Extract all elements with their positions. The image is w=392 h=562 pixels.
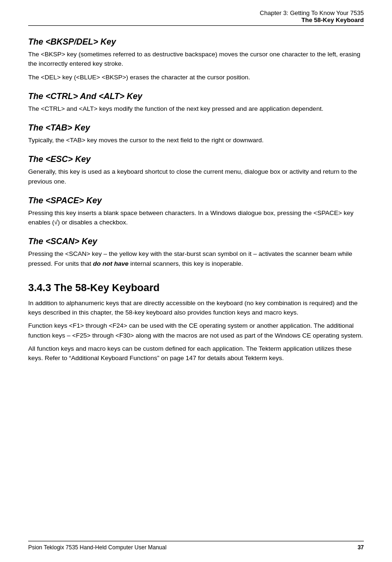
heading-bksp: The <BKSP/DEL> Key xyxy=(28,37,364,47)
section-tab: The <TAB> Key Typically, the <TAB> key m… xyxy=(28,123,364,145)
section-scan: The <SCAN> Key Pressing the <SCAN> key –… xyxy=(28,237,364,269)
section-ctrl-alt: The <CTRL> And <ALT> Key The <CTRL> and … xyxy=(28,92,364,114)
header-text: Chapter 3: Getting To Know Your 7535 The… xyxy=(260,9,364,23)
para-esc-1: Generally, this key is used as a keyboar… xyxy=(28,167,364,186)
para-341-1: In addition to alphanumeric keys that ar… xyxy=(28,299,364,318)
section-space: The <SPACE> Key Pressing this key insert… xyxy=(28,196,364,228)
header-section: The 58-Key Keyboard xyxy=(260,16,364,23)
para-space-1: Pressing this key inserts a blank space … xyxy=(28,208,364,228)
bold-italic-text: do not have xyxy=(93,260,129,267)
para-ctrl-alt-1: The <CTRL> and <ALT> keys modify the fun… xyxy=(28,104,364,114)
para-bksp-1: The <BKSP> key (sometimes referred to as… xyxy=(28,50,364,69)
page: Chapter 3: Getting To Know Your 7535 The… xyxy=(0,0,392,562)
para-tab-1: Typically, the <TAB> key moves the curso… xyxy=(28,136,364,145)
page-footer: Psion Teklogix 7535 Hand-Held Computer U… xyxy=(28,541,364,551)
para-scan-1: Pressing the <SCAN> key – the yellow key… xyxy=(28,249,364,269)
heading-scan: The <SCAN> Key xyxy=(28,237,364,246)
para-341-3: All function keys and macro keys can be … xyxy=(28,344,364,363)
section-esc: The <ESC> Key Generally, this key is use… xyxy=(28,154,364,186)
heading-341: 3.4.3 The 58-Key Keyboard xyxy=(28,282,364,294)
header-chapter: Chapter 3: Getting To Know Your 7535 xyxy=(260,9,364,16)
para-341-2: Function keys <F1> through <F24> can be … xyxy=(28,321,364,340)
heading-esc: The <ESC> Key xyxy=(28,154,364,164)
footer-left: Psion Teklogix 7535 Hand-Held Computer U… xyxy=(28,544,167,551)
section-341: 3.4.3 The 58-Key Keyboard In addition to… xyxy=(28,282,364,363)
footer-page-number: 37 xyxy=(358,544,364,551)
heading-ctrl-alt: The <CTRL> And <ALT> Key xyxy=(28,92,364,101)
para-bksp-2: The <DEL> key (<BLUE> <BKSP>) erases the… xyxy=(28,73,364,82)
heading-space: The <SPACE> Key xyxy=(28,196,364,206)
section-bksp: The <BKSP/DEL> Key The <BKSP> key (somet… xyxy=(28,37,364,82)
page-header: Chapter 3: Getting To Know Your 7535 The… xyxy=(28,9,364,26)
heading-tab: The <TAB> Key xyxy=(28,123,364,133)
